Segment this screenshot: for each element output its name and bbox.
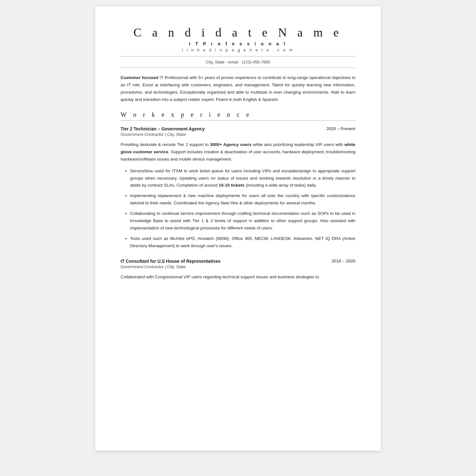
resume-page: C a n d i d a t e N a m e I T P r o f e … — [95, 6, 381, 451]
summary-bold-intro: Customer focused — [121, 75, 158, 80]
job-description-2: Collaborated with Congressional VIP user… — [121, 274, 355, 281]
bold-agency-users: 3000+ Agency users — [210, 142, 252, 147]
work-experience-section: W o r k e x p e r i e n c e Tier 2 Techn… — [121, 111, 355, 281]
job-block-1: Tier 2 Technician – Government Agency 20… — [121, 126, 355, 250]
job-bullets-1: ServiceNow used for ITSM to work ticket … — [130, 168, 355, 250]
work-experience-divider — [121, 120, 355, 121]
job-date-1: 2020 – Present — [326, 126, 355, 131]
bullet-item: Implementing replacement & new machine d… — [130, 192, 355, 207]
job-header-row-2: IT Consultant for U.S House of Represent… — [121, 259, 355, 264]
candidate-linkedin: l i n k e d i n p a g e h e r e . c o m — [121, 48, 355, 52]
job-title-2: IT Consultant for U.S House of Represent… — [121, 259, 221, 264]
job-description-1: Providing deskside & remote Tier 2 suppo… — [121, 141, 355, 163]
job-meta-1: Government Contractor | City, State — [121, 132, 355, 137]
job-header-row-1: Tier 2 Technician – Government Agency 20… — [121, 126, 355, 131]
job-meta-2: Government Contractor | City, State — [121, 264, 355, 269]
job-title-1: Tier 2 Technician – Government Agency — [121, 126, 205, 131]
summary-section: Customer focused IT Professional with 5+… — [121, 74, 355, 103]
candidate-name: C a n d i d a t e N a m e — [121, 25, 355, 39]
header-divider-bottom — [121, 68, 355, 68]
contact-bar: City, State - email - (123)-456-7890 — [121, 56, 355, 68]
bullet-item: Tools used such as McAfee ePO, Airwatch … — [130, 235, 355, 250]
work-experience-heading: W o r k e x p e r i e n c e — [121, 111, 355, 118]
job-block-2: IT Consultant for U.S House of Represent… — [121, 259, 355, 281]
bullet-item: Collaborating to continual service impro… — [130, 210, 355, 232]
job-date-2: 2016 – 2020 — [332, 259, 355, 263]
bullet-item: ServiceNow used for ITSM to work ticket … — [130, 168, 355, 189]
resume-header: C a n d i d a t e N a m e I T P r o f e … — [121, 25, 355, 52]
bold-tickets: 10-15 tickets — [219, 183, 244, 188]
candidate-title: I T P r o f e s s i o n a l — [121, 41, 355, 46]
